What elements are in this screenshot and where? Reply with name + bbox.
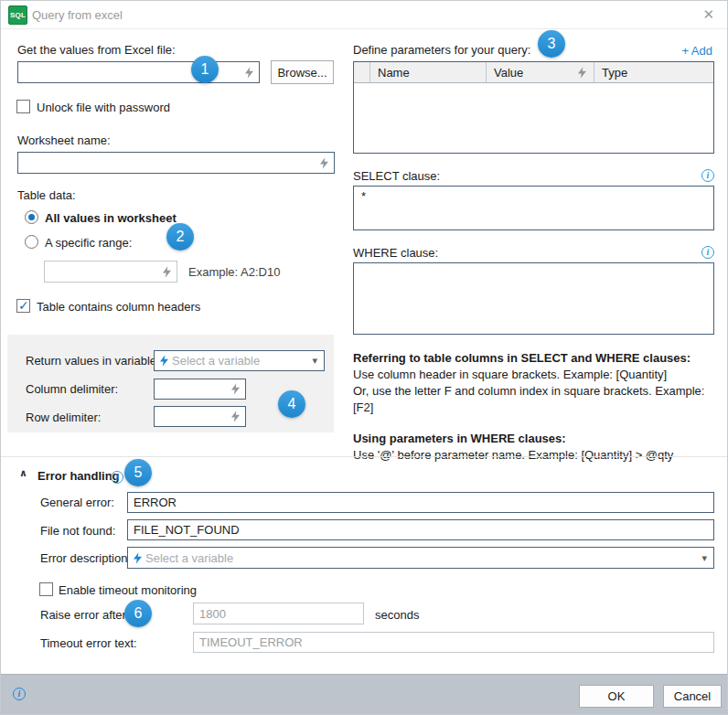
radio-specific-range-label: A specific range: <box>45 236 132 250</box>
param-col-name: Name <box>370 62 487 82</box>
raise-error-after-label: Raise error after: <box>40 608 130 622</box>
file-not-found-input[interactable] <box>127 519 714 540</box>
return-variable-select[interactable]: Select a variable <box>154 350 325 371</box>
select-clause-textarea[interactable]: * <box>353 186 714 230</box>
column-delimiter-label: Column delimiter: <box>26 382 118 396</box>
collapse-chevron-icon[interactable]: ∧ <box>19 467 27 479</box>
general-error-input[interactable] <box>127 492 714 513</box>
lightning-icon <box>245 67 253 79</box>
range-input-field[interactable] <box>45 265 163 279</box>
lightning-icon <box>320 157 328 169</box>
help-line-2: Or, use the letter F and column index in… <box>353 383 721 416</box>
footer-info-icon[interactable] <box>13 688 26 700</box>
general-error-label: General error: <box>40 496 114 509</box>
timeout-error-text-label: Timeout error text: <box>40 636 137 650</box>
return-variable-placeholder: Select a variable <box>172 354 308 368</box>
help-heading-parameters: Using parameters in WHERE clauses: <box>353 431 721 447</box>
column-headers-checkbox[interactable] <box>16 299 30 313</box>
radio-all-values[interactable] <box>25 210 38 224</box>
lightning-icon <box>578 67 586 79</box>
range-input[interactable] <box>44 261 177 283</box>
error-handling-title[interactable]: Error handling <box>37 469 120 483</box>
annotation-badge-5: 5 <box>124 459 152 486</box>
worksheet-name-label: Worksheet name: <box>17 133 111 147</box>
error-description-placeholder: Select a variable <box>145 551 698 565</box>
where-clause-info-icon[interactable] <box>701 246 714 259</box>
row-delimiter-label: Row delimiter: <box>26 411 101 424</box>
dialog-title: Query from excel <box>32 8 123 22</box>
raise-error-after-input[interactable] <box>193 603 364 624</box>
param-col-value: Value <box>487 62 594 82</box>
return-variable-label: Return values in variable: <box>26 354 160 368</box>
timeout-monitoring-label: Enable timeout monitoring <box>59 583 197 597</box>
error-description-label: Error description: <box>40 551 131 565</box>
browse-button[interactable]: Browse... <box>271 60 334 84</box>
annotation-badge-1: 1 <box>191 56 219 83</box>
general-error-input-field[interactable] <box>128 496 713 509</box>
help-line-1: Use column header in square brackets. Ex… <box>353 367 721 383</box>
file-not-found-input-field[interactable] <box>128 523 713 537</box>
ok-button[interactable]: OK <box>579 685 654 708</box>
radio-all-values-label: All values in worksheet <box>45 211 177 225</box>
annotation-badge-3: 3 <box>538 30 565 58</box>
add-parameter-link[interactable]: + Add <box>681 44 712 58</box>
raise-error-after-input-field[interactable] <box>194 607 363 621</box>
row-delimiter-input-field[interactable] <box>155 410 231 423</box>
error-description-select[interactable]: Select a variable <box>127 547 714 569</box>
excel-file-label: Get the values from Excel file: <box>17 43 176 57</box>
title-bar: SQL Query from excel ✕ <box>1 1 727 29</box>
sql-icon: SQL <box>8 5 27 25</box>
parameters-table[interactable]: Name Value Type <box>353 61 714 154</box>
close-icon[interactable]: ✕ <box>702 6 714 23</box>
select-clause-label: SELECT clause: <box>353 169 440 183</box>
select-clause-value: * <box>361 189 366 203</box>
parameters-table-header: Name Value Type <box>354 62 713 83</box>
cancel-button[interactable]: Cancel <box>663 685 722 708</box>
timeout-error-text-input[interactable] <box>193 632 714 653</box>
annotation-badge-2: 2 <box>166 223 194 251</box>
unlock-password-label: Unlock file with password <box>37 101 170 114</box>
seconds-label: seconds <box>375 608 419 622</box>
worksheet-name-input-field[interactable] <box>18 156 320 170</box>
excel-file-input[interactable] <box>17 61 260 83</box>
table-data-label: Table data: <box>17 188 76 202</box>
error-handling-info-icon[interactable] <box>111 471 123 484</box>
column-headers-label: Table contains column headers <box>37 300 200 314</box>
define-parameters-label: Define parameters for your query: <box>353 43 530 57</box>
help-line-3: Use '@' before parameter name. Example: … <box>353 447 721 464</box>
column-delimiter-input[interactable] <box>154 379 246 400</box>
radio-specific-range[interactable] <box>25 235 38 249</box>
param-col-type: Type <box>594 62 713 82</box>
timeout-error-text-input-field[interactable] <box>194 635 713 649</box>
worksheet-name-input[interactable] <box>17 152 335 174</box>
section-divider <box>1 456 727 457</box>
query-from-excel-dialog: SQL Query from excel ✕ Get the values fr… <box>0 0 728 715</box>
annotation-badge-4: 4 <box>278 390 305 418</box>
column-delimiter-input-field[interactable] <box>155 382 231 396</box>
variable-picker-icon <box>134 552 142 564</box>
unlock-password-checkbox[interactable] <box>16 100 30 113</box>
lightning-icon <box>231 411 240 422</box>
lightning-icon <box>231 383 240 395</box>
row-delimiter-input[interactable] <box>154 406 246 427</box>
help-text-block: Referring to table columns in SELECT and… <box>353 350 721 464</box>
lightning-icon <box>163 266 171 278</box>
file-not-found-label: File not found: <box>40 524 115 538</box>
where-clause-textarea[interactable] <box>353 262 714 335</box>
param-col-value-label: Value <box>494 66 523 80</box>
param-col-selector <box>354 62 370 82</box>
timeout-monitoring-checkbox[interactable] <box>39 582 53 596</box>
variable-picker-icon <box>160 355 168 367</box>
range-example-text: Example: A2:D10 <box>188 265 280 279</box>
select-clause-info-icon[interactable] <box>701 169 714 182</box>
help-heading-columns: Referring to table columns in SELECT and… <box>353 350 721 367</box>
annotation-badge-6: 6 <box>124 600 152 627</box>
where-clause-label: WHERE clause: <box>353 246 438 260</box>
